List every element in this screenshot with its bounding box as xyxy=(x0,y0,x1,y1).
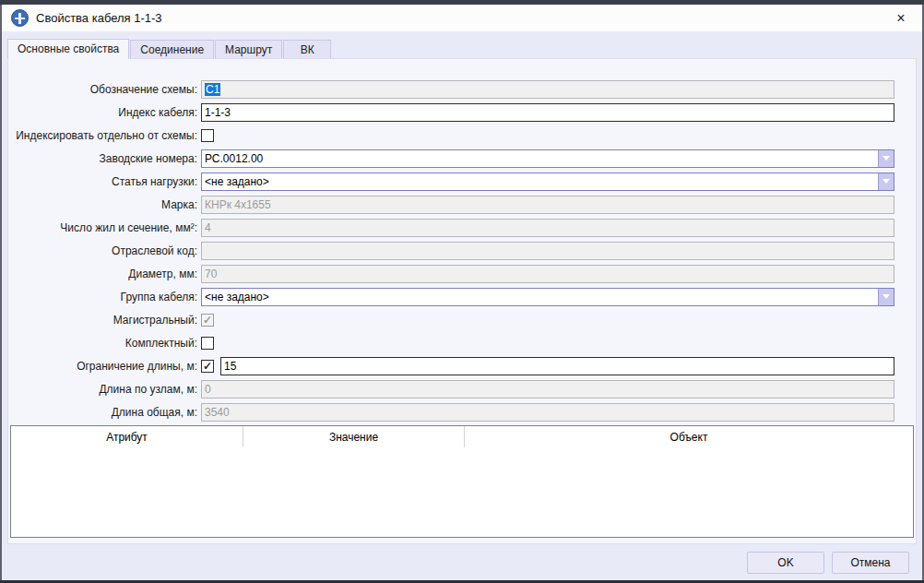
length-limit-field[interactable] xyxy=(220,357,894,375)
form-row: Обозначение схемы: C1 xyxy=(8,77,916,101)
form-row: Отраслевой код: xyxy=(8,239,916,262)
column-header-value[interactable]: Значение xyxy=(243,426,465,447)
screen: Свойства кабеля 1-1-3 × Основные свойств… xyxy=(0,0,924,583)
diameter-label: Диаметр, мм: xyxy=(8,268,201,280)
complete-checkbox[interactable] xyxy=(201,337,214,350)
length-limit-checkbox[interactable]: ✓ xyxy=(201,360,214,373)
cores-section-label: Число жил и сечение, мм²: xyxy=(8,221,201,234)
cable-group-dropdown-button[interactable] xyxy=(878,289,894,305)
check-icon: ✓ xyxy=(203,361,212,372)
form-row: Статья нагрузки: <не задано> xyxy=(8,170,916,193)
close-icon: × xyxy=(896,10,905,27)
load-item-combobox[interactable]: <не задано> xyxy=(201,173,894,191)
load-item-value: <не задано> xyxy=(202,175,878,188)
chevron-down-icon xyxy=(883,179,890,184)
check-icon: ✓ xyxy=(203,315,212,326)
complete-label: Комплектный: xyxy=(8,337,201,350)
cable-index-field[interactable] xyxy=(201,103,894,122)
industry-code-field xyxy=(201,242,894,260)
window-title: Свойства кабеля 1-1-3 xyxy=(36,11,162,25)
form-row: Индекс кабеля: xyxy=(8,101,916,124)
factory-numbers-value: РС.0012.00 xyxy=(202,152,878,165)
total-length-label: Длина общая, м: xyxy=(8,406,201,419)
form-row: Длина по узлам, м: 0 xyxy=(8,377,916,400)
dialog-body: Основные свойства Соединение Маршрут ВК … xyxy=(2,32,922,580)
length-by-nodes-field: 0 xyxy=(201,380,894,399)
chevron-down-icon xyxy=(883,294,890,299)
form-row: Заводские номера: РС.0012.00 xyxy=(8,147,916,170)
tab-main-properties[interactable]: Основные свойства xyxy=(7,39,129,59)
form-row: Марка: КНРк 4х1655 xyxy=(8,193,916,216)
tab-bar: Основные свойства Соединение Маршрут ВК xyxy=(7,38,917,58)
tab-route[interactable]: Маршрут xyxy=(215,40,282,58)
form-row: Диаметр, мм: 70 xyxy=(8,262,916,285)
load-item-dropdown-button[interactable] xyxy=(878,173,894,190)
chevron-down-icon xyxy=(883,156,890,161)
length-by-nodes-label: Длина по узлам, м: xyxy=(8,383,201,396)
diameter-field: 70 xyxy=(201,265,894,283)
load-item-label: Статья нагрузки: xyxy=(8,175,201,188)
cancel-button[interactable]: Отмена xyxy=(832,552,909,574)
trunk-checkbox: ✓ xyxy=(201,314,214,327)
industry-code-label: Отраслевой код: xyxy=(8,244,201,257)
cable-properties-dialog: Свойства кабеля 1-1-3 × Основные свойств… xyxy=(0,5,924,580)
total-length-field: 3540 xyxy=(201,403,894,422)
selected-text: C1 xyxy=(205,83,220,96)
ok-button[interactable]: OK xyxy=(747,552,824,574)
form-row: Магистральный: ✓ xyxy=(8,308,916,331)
dialog-footer: OK Отмена xyxy=(7,544,917,580)
tab-connection[interactable]: Соединение xyxy=(130,40,214,58)
factory-numbers-combobox[interactable]: РС.0012.00 xyxy=(201,149,894,168)
brand-label: Марка: xyxy=(8,198,201,211)
column-header-object[interactable]: Объект xyxy=(465,426,913,447)
trunk-label: Магистральный: xyxy=(8,314,201,327)
scheme-designation-field[interactable]: C1 xyxy=(201,80,894,99)
length-limit-label: Ограничение длины, м: xyxy=(8,360,201,373)
cable-group-value: <не задано> xyxy=(202,291,878,303)
factory-numbers-label: Заводские номера: xyxy=(8,152,201,165)
index-separately-checkbox[interactable] xyxy=(201,129,214,142)
form-row: Комплектный: xyxy=(8,331,916,354)
tab-vk[interactable]: ВК xyxy=(283,40,331,58)
form-row: Длина общая, м: 3540 xyxy=(8,400,916,423)
attributes-table-body xyxy=(11,447,913,537)
cable-group-combobox[interactable]: <не задано> xyxy=(201,288,894,306)
form-row: Число жил и сечение, мм²: 4 xyxy=(8,216,916,239)
form-row: Индексировать отдельно от схемы: xyxy=(8,124,916,147)
scheme-designation-label: Обозначение схемы: xyxy=(8,83,201,96)
form-row: Группа кабеля: <не задано> xyxy=(8,285,916,308)
cable-group-label: Группа кабеля: xyxy=(8,291,201,303)
tab-page-main-properties: Обозначение схемы: C1 Индекс кабеля: Инд… xyxy=(7,58,917,544)
cable-index-label: Индекс кабеля: xyxy=(8,106,201,119)
factory-numbers-dropdown-button[interactable] xyxy=(878,150,894,167)
close-button[interactable]: × xyxy=(887,6,915,30)
title-bar: Свойства кабеля 1-1-3 × xyxy=(2,5,922,32)
form-row: Ограничение длины, м: ✓ xyxy=(8,354,916,377)
attributes-table: Атрибут Значение Объект xyxy=(10,425,914,538)
index-separately-label: Индексировать отдельно от схемы: xyxy=(8,129,201,142)
column-header-attribute[interactable]: Атрибут xyxy=(11,426,243,447)
attributes-table-header: Атрибут Значение Объект xyxy=(11,426,913,447)
cores-section-field: 4 xyxy=(201,219,894,237)
app-icon xyxy=(11,9,29,27)
brand-field: КНРк 4х1655 xyxy=(201,196,894,214)
